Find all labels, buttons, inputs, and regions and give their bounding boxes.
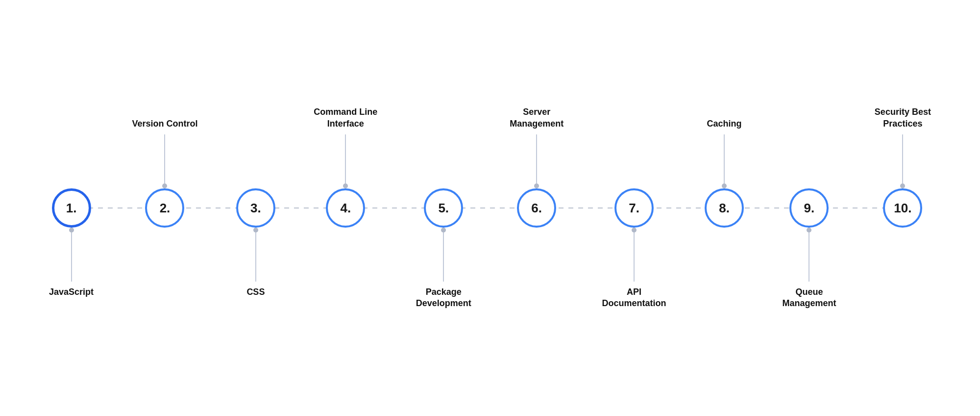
timeline-node-8: Caching8. bbox=[705, 90, 744, 326]
node-5-circle[interactable]: 5. bbox=[424, 188, 463, 228]
node-10-connector-top bbox=[902, 134, 903, 183]
node-7-connector-bottom bbox=[634, 233, 635, 282]
node-2-circle[interactable]: 2. bbox=[145, 188, 184, 228]
node-4-top-label: Command Line Interface bbox=[314, 106, 377, 130]
timeline-node-4: Command Line Interface4. bbox=[314, 90, 377, 326]
node-10-dot-top bbox=[900, 183, 905, 188]
node-8-connector-top bbox=[724, 134, 725, 183]
node-3-dot-bottom bbox=[253, 228, 258, 233]
node-1-dot-bottom bbox=[69, 228, 74, 233]
node-9-bottom-label: Queue Management bbox=[782, 286, 836, 310]
timeline-node-6: Server Management6. bbox=[510, 90, 564, 326]
timeline-node-7: 7.API Documentation bbox=[602, 90, 666, 326]
timeline-node-2: Version Control2. bbox=[132, 90, 197, 326]
node-2-dot-top bbox=[162, 183, 167, 188]
timeline-node-9: 9.Queue Management bbox=[782, 90, 836, 326]
node-1-bottom-label: JavaScript bbox=[49, 286, 94, 298]
node-6-dot-top bbox=[534, 183, 539, 188]
node-7-dot-bottom bbox=[632, 228, 637, 233]
node-8-top-section: Caching bbox=[707, 90, 742, 188]
timeline-node-1: 1.JavaScript bbox=[49, 90, 94, 326]
node-6-top-section: Server Management bbox=[510, 90, 564, 188]
timeline-node-10: Security Best Practices10. bbox=[875, 90, 931, 326]
node-3-connector-bottom bbox=[255, 233, 256, 282]
node-8-circle[interactable]: 8. bbox=[705, 188, 744, 228]
node-8-top-label: Caching bbox=[707, 118, 742, 130]
node-7-bottom-section: API Documentation bbox=[602, 228, 666, 326]
node-6-circle[interactable]: 6. bbox=[517, 188, 556, 228]
node-5-bottom-label: Package Development bbox=[416, 286, 471, 310]
node-2-top-label: Version Control bbox=[132, 118, 197, 130]
node-8-dot-top bbox=[722, 183, 727, 188]
node-10-top-label: Security Best Practices bbox=[875, 106, 931, 130]
node-5-connector-bottom bbox=[443, 233, 444, 282]
node-3-circle[interactable]: 3. bbox=[236, 188, 275, 228]
node-3-bottom-label: CSS bbox=[246, 286, 265, 298]
node-7-circle[interactable]: 7. bbox=[614, 188, 654, 228]
node-10-top-section: Security Best Practices bbox=[875, 90, 931, 188]
node-1-circle[interactable]: 1. bbox=[52, 188, 91, 228]
node-9-connector-bottom bbox=[808, 233, 809, 282]
node-10-circle[interactable]: 10. bbox=[883, 188, 922, 228]
node-6-top-label: Server Management bbox=[510, 106, 564, 130]
node-3-bottom-section: CSS bbox=[246, 228, 265, 326]
node-6-connector-top bbox=[536, 134, 537, 183]
timeline-node-3: 3.CSS bbox=[236, 90, 275, 326]
node-9-bottom-section: Queue Management bbox=[782, 228, 836, 326]
timeline-container: 1.JavaScriptVersion Control2.3.CSSComman… bbox=[49, 61, 931, 355]
node-5-dot-bottom bbox=[441, 228, 446, 233]
timeline-node-5: 5.Package Development bbox=[416, 90, 471, 326]
node-1-connector-bottom bbox=[71, 233, 72, 282]
node-1-bottom-section: JavaScript bbox=[49, 228, 94, 326]
node-4-circle[interactable]: 4. bbox=[326, 188, 365, 228]
node-4-dot-top bbox=[343, 183, 348, 188]
node-5-bottom-section: Package Development bbox=[416, 228, 471, 326]
node-9-circle[interactable]: 9. bbox=[789, 188, 829, 228]
node-2-connector-top bbox=[164, 134, 165, 183]
node-2-top-section: Version Control bbox=[132, 90, 197, 188]
node-4-connector-top bbox=[345, 134, 346, 183]
node-4-top-section: Command Line Interface bbox=[314, 90, 377, 188]
node-9-dot-bottom bbox=[807, 228, 811, 233]
node-7-bottom-label: API Documentation bbox=[602, 286, 666, 310]
